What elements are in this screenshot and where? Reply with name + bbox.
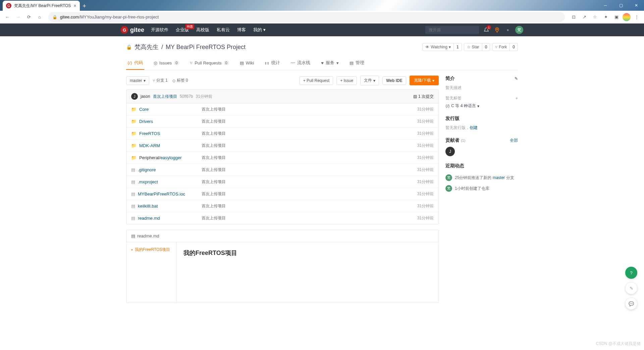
star-button[interactable]: ☆ Star 0 <box>464 43 490 51</box>
repo-name-link[interactable]: MY BearPi FreeRTOS Project <box>166 44 246 51</box>
file-row: 📁Drivers 首次上传项目 31分钟前 <box>126 116 438 128</box>
readme-toc: 我的FreeRTOS项目 <box>126 242 177 303</box>
commit-message-link[interactable]: 首次上传项目 <box>153 94 177 99</box>
browser-tab[interactable]: G 梵高先生/MY BearPi FreeRTOS × <box>3 1 80 11</box>
file-link[interactable]: MDK-ARM <box>139 143 160 148</box>
file-commit-msg[interactable]: 首次上传项目 <box>202 143 417 148</box>
file-link[interactable]: readme.md <box>138 216 160 221</box>
file-link[interactable]: FreeRTOS <box>139 131 160 136</box>
repo-owner-link[interactable]: 梵高先生 <box>135 43 159 51</box>
user-avatar[interactable]: 梵 <box>515 26 523 34</box>
feedback-button[interactable]: ✎ <box>625 282 637 294</box>
activity-avatar: 梵 <box>445 185 452 192</box>
branch-selector[interactable]: master ▾ <box>126 76 149 85</box>
reload-button[interactable]: ⟳ <box>24 12 34 22</box>
commit-author[interactable]: jason <box>141 94 150 99</box>
toc-item[interactable]: 我的FreeRTOS项目 <box>131 247 172 253</box>
tab-stats[interactable]: ⫾⫾ 统计 <box>263 56 281 70</box>
tab-wiki[interactable]: ▤ Wiki <box>238 56 256 70</box>
file-link[interactable]: .mxproject <box>138 179 158 184</box>
menu-icon[interactable]: ⋮ <box>632 12 641 22</box>
chat-button[interactable]: 💬 <box>625 298 637 310</box>
file-commit-msg[interactable]: 首次上传项目 <box>202 215 417 221</box>
edit-icon[interactable]: ✎ <box>515 76 518 81</box>
nav-badge: 特惠 <box>185 24 194 29</box>
profile-avatar[interactable] <box>623 13 631 21</box>
help-button[interactable]: ? <box>625 267 637 279</box>
minimize-icon[interactable]: ─ <box>598 0 613 11</box>
forward-button[interactable]: → <box>13 12 23 22</box>
file-link[interactable]: MYBearPiFreeRTOS.ioc <box>138 191 185 196</box>
file-link[interactable]: easylogger <box>160 155 182 160</box>
file-commit-msg[interactable]: 首次上传项目 <box>202 191 417 197</box>
reader-icon[interactable]: ▣ <box>612 12 621 22</box>
nav-blog[interactable]: 博客 <box>237 27 246 33</box>
branches-link[interactable]: ⑂ 分支 1 <box>153 78 168 83</box>
file-link[interactable]: keilkilll.bat <box>138 204 158 209</box>
file-commit-msg[interactable]: 首次上传项目 <box>202 155 417 161</box>
nav-opensource[interactable]: 开源软件 <box>151 27 168 33</box>
file-commit-msg[interactable]: 首次上传项目 <box>202 106 417 112</box>
file-link[interactable]: Core <box>139 107 149 112</box>
address-bar[interactable]: 🔒 gitee.com/MYYouJiang/my-bear-pi-free-r… <box>48 12 565 22</box>
contributor-avatar[interactable]: J <box>445 147 455 156</box>
gitee-logo[interactable]: G gitee <box>121 26 144 34</box>
file-commit-msg[interactable]: 首次上传项目 <box>202 179 417 185</box>
file-link[interactable]: .gitignore <box>138 167 156 172</box>
home-button[interactable]: ⌂ <box>35 12 44 22</box>
nav-university[interactable]: 高校版 <box>196 27 209 33</box>
file-toolbar: master ▾ ⑂ 分支 1 ◇ 标签 0 + Pull Request + … <box>126 76 439 85</box>
fork-button[interactable]: ⑂ Fork 0 <box>492 43 518 51</box>
commit-avatar: J <box>131 93 138 100</box>
notifications-icon[interactable]: 1 <box>483 27 490 33</box>
tags-link[interactable]: ◇ 标签 0 <box>172 78 188 83</box>
location-icon[interactable] <box>494 27 500 33</box>
file-commit-msg[interactable]: 首次上传项目 <box>202 131 417 136</box>
tab-manage[interactable]: ▤ 管理 <box>348 56 366 70</box>
maximize-icon[interactable]: ▢ <box>613 0 629 11</box>
float-buttons: ? ✎ 💬 <box>625 267 637 310</box>
close-icon[interactable]: ✕ <box>629 0 644 11</box>
activity-target-link[interactable]: master <box>493 175 505 180</box>
add-icon[interactable]: + <box>504 27 511 33</box>
file-button[interactable]: 文件 ▾ <box>360 76 379 85</box>
add-tag-icon[interactable]: + <box>516 96 518 101</box>
tab-title: 梵高先生/MY BearPi FreeRTOS <box>14 3 71 9</box>
file-commit-msg[interactable]: 首次上传项目 <box>202 119 417 124</box>
nav-private[interactable]: 私有云 <box>217 27 230 33</box>
new-tab-button[interactable]: + <box>80 1 89 11</box>
nav-links: 开源软件 企业版 特惠 高校版 私有云 博客 我的 ▾ <box>151 27 266 33</box>
pull-request-button[interactable]: + Pull Request <box>300 76 333 85</box>
tab-pr[interactable]: ⑂ Pull Requests 0 <box>189 56 230 70</box>
tab-favicon: G <box>6 3 11 8</box>
bookmark-icon[interactable]: ☆ <box>590 12 600 22</box>
tab-close-icon[interactable]: × <box>73 3 76 8</box>
commit-hash[interactable]: 50ff67b <box>180 94 193 99</box>
extensions-icon[interactable]: ✦ <box>601 12 610 22</box>
create-release-link[interactable]: 创建 <box>470 125 478 130</box>
nav-enterprise[interactable]: 企业版 特惠 <box>176 27 189 33</box>
tab-code[interactable]: ⟨/⟩ 代码 <box>126 56 144 70</box>
search-input[interactable] <box>425 26 479 34</box>
file-time: 31分钟前 <box>417 215 434 221</box>
file-time: 31分钟前 <box>417 179 434 185</box>
tab-issues[interactable]: ◎ Issues 0 <box>152 56 181 70</box>
back-button[interactable]: ← <box>3 12 12 22</box>
file-row: 📁Core 首次上传项目 31分钟前 <box>126 103 438 116</box>
web-ide-button[interactable]: Web IDE <box>382 76 406 85</box>
tab-services[interactable]: ♥ 服务 ▾ <box>320 56 340 70</box>
file-link[interactable]: Drivers <box>139 119 153 124</box>
file-commit-msg[interactable]: 首次上传项目 <box>202 167 417 173</box>
share-icon[interactable]: ↗ <box>580 12 589 22</box>
languages-link[interactable]: ⟨/⟩ C 等 4 种语言 ▾ <box>445 103 518 109</box>
nav-mine[interactable]: 我的 ▾ <box>253 27 266 33</box>
commit-count-link[interactable]: ▤ 1 次提交 <box>413 94 434 99</box>
all-contributors-link[interactable]: 全部 <box>510 138 518 143</box>
clone-button[interactable]: 克隆/下载 ▾ <box>410 76 439 85</box>
watching-button[interactable]: 👁 Watching ▾ 1 <box>422 43 462 51</box>
file-time: 31分钟前 <box>417 203 434 209</box>
tab-pipeline[interactable]: 〰 流水线 <box>289 56 312 70</box>
issue-button[interactable]: + Issue <box>336 76 357 85</box>
file-commit-msg[interactable]: 首次上传项目 <box>202 203 417 209</box>
qr-icon[interactable]: ⊡ <box>569 12 578 22</box>
